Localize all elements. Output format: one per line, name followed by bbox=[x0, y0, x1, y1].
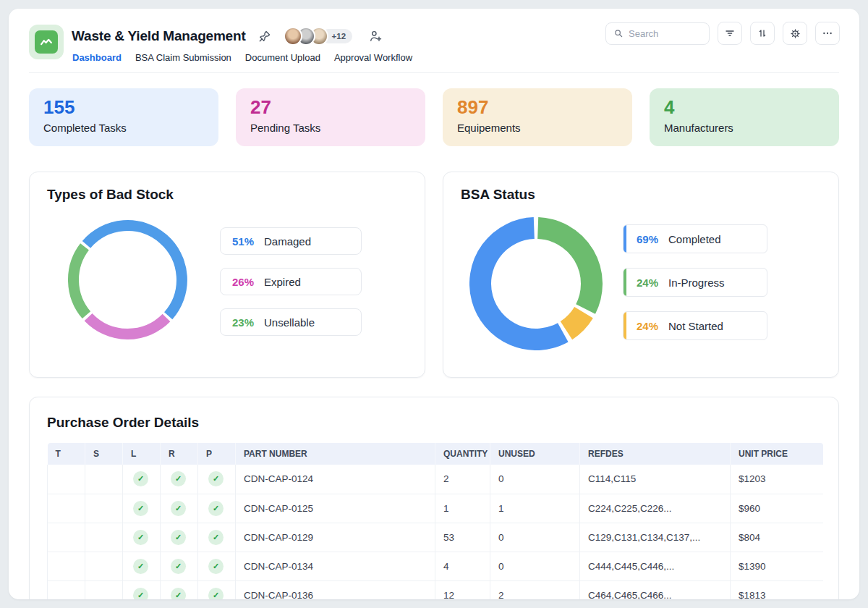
tab-approval-workflow[interactable]: Approval Workflow bbox=[334, 52, 412, 63]
cell-refdes: C129,C131,C134,C137,... bbox=[580, 523, 731, 552]
tab-dashboard[interactable]: Dashboard bbox=[72, 52, 122, 63]
nav-tabs: Dashboard BSA Claim Submission Document … bbox=[72, 52, 412, 63]
check-icon: ✓ bbox=[171, 471, 186, 486]
cell-refdes: C224,C225,C226... bbox=[580, 494, 731, 523]
cell-quantity: 4 bbox=[435, 552, 490, 580]
table-header-row: T S L R P PART NUMBER QUANTITY UNUSED RE… bbox=[48, 443, 823, 465]
legend-percent: 51% bbox=[232, 235, 264, 248]
purchase-order-card: Purchase Order Details T S L R P PART NU… bbox=[29, 397, 839, 599]
stat-card-pending-tasks: 27 Pending Tasks bbox=[236, 88, 425, 146]
legend-label: Completed bbox=[668, 233, 721, 245]
card-title: BSA Status bbox=[461, 187, 535, 203]
cell-part-number: CDN-CAP-0136 bbox=[236, 580, 435, 599]
legend-label: Unsellable bbox=[264, 316, 315, 329]
check-icon: ✓ bbox=[208, 501, 224, 516]
legend-percent: 69% bbox=[637, 233, 668, 245]
check-icon: ✓ bbox=[171, 501, 186, 516]
table-row: ✓ ✓ ✓ CDN-CAP-0134 4 0 C444,C445,C446,..… bbox=[48, 552, 823, 580]
cell-part-number: CDN-CAP-0129 bbox=[236, 523, 435, 552]
check-icon: ✓ bbox=[133, 559, 148, 574]
cell-unit-price: $1390 bbox=[731, 552, 823, 580]
stats-row: 155 Completed Tasks 27 Pending Tasks 897… bbox=[29, 88, 839, 146]
legend-percent: 26% bbox=[232, 276, 264, 288]
check-icon: ✓ bbox=[208, 471, 224, 486]
check-icon: ✓ bbox=[171, 559, 186, 574]
tab-document-upload[interactable]: Document Upload bbox=[245, 52, 320, 63]
legend-accent-bar bbox=[624, 225, 626, 253]
cell-part-number: CDN-CAP-0125 bbox=[236, 494, 435, 523]
stat-label: Manufacturers bbox=[664, 122, 825, 134]
cell-quantity: 12 bbox=[435, 580, 490, 599]
stat-label: Equipements bbox=[457, 122, 618, 134]
gear-icon bbox=[789, 28, 801, 40]
add-member-icon[interactable] bbox=[368, 29, 383, 43]
stat-value: 155 bbox=[43, 97, 204, 119]
check-icon: ✓ bbox=[133, 471, 148, 486]
legend-label: Not Started bbox=[668, 320, 723, 332]
table-title: Purchase Order Details bbox=[47, 415, 821, 431]
bsa-status-legend: 69% Completed 24% In-Progress 24% Not St… bbox=[623, 224, 767, 355]
stat-value: 897 bbox=[457, 97, 618, 119]
check-icon: ✓ bbox=[208, 530, 224, 545]
avatar-group[interactable]: +12 bbox=[284, 27, 353, 46]
avatar[interactable] bbox=[284, 27, 302, 46]
main-panel: Waste & Yield Management +12 Dashboard B… bbox=[9, 9, 859, 599]
check-icon: ✓ bbox=[133, 588, 148, 600]
column-header-refdes: REFDES bbox=[580, 443, 731, 465]
cell-unit-price: $1813 bbox=[731, 580, 823, 599]
card-title: Types of Bad Stock bbox=[47, 187, 174, 203]
purchase-order-table: T S L R P PART NUMBER QUANTITY UNUSED RE… bbox=[47, 443, 823, 599]
sort-button[interactable] bbox=[750, 22, 775, 45]
cell-quantity: 53 bbox=[435, 523, 490, 552]
cell-unit-price: $960 bbox=[731, 494, 823, 523]
check-icon: ✓ bbox=[133, 501, 148, 516]
stat-label: Completed Tasks bbox=[43, 122, 204, 134]
more-icon bbox=[822, 28, 833, 39]
table-row: ✓ ✓ ✓ CDN-CAP-0124 2 0 C114,C115 $1203 bbox=[48, 465, 823, 494]
column-header-p: P bbox=[198, 443, 236, 465]
bsa-status-donut-chart bbox=[469, 217, 603, 350]
cell-unused: 0 bbox=[490, 552, 580, 580]
column-header-part-number: PART NUMBER bbox=[236, 443, 435, 465]
cell-quantity: 2 bbox=[435, 465, 490, 494]
column-header-r: R bbox=[161, 443, 198, 465]
search-box[interactable] bbox=[605, 22, 710, 45]
pin-icon[interactable] bbox=[258, 29, 272, 43]
stat-card-completed-tasks: 155 Completed Tasks bbox=[29, 88, 218, 146]
legend-percent: 23% bbox=[232, 316, 264, 329]
cell-part-number: CDN-CAP-0134 bbox=[236, 552, 435, 580]
search-icon bbox=[613, 28, 624, 38]
stat-value: 4 bbox=[664, 97, 825, 119]
cell-unused: 0 bbox=[490, 523, 580, 552]
column-header-unit-price: UNIT PRICE bbox=[731, 443, 823, 465]
stat-card-equipements: 897 Equipements bbox=[443, 88, 632, 146]
legend-label: Expired bbox=[264, 276, 301, 288]
tab-bsa-claim-submission[interactable]: BSA Claim Submission bbox=[135, 52, 231, 63]
table-row: ✓ ✓ ✓ CDN-CAP-0136 12 2 C464,C465,C466..… bbox=[48, 580, 823, 599]
settings-button[interactable] bbox=[783, 22, 807, 45]
check-icon: ✓ bbox=[171, 530, 186, 545]
table-row: ✓ ✓ ✓ CDN-CAP-0125 1 1 C224,C225,C226...… bbox=[48, 494, 823, 523]
cell-refdes: C114,C115 bbox=[580, 465, 731, 494]
stat-label: Pending Tasks bbox=[250, 122, 411, 134]
page-title: Waste & Yield Management bbox=[72, 28, 246, 44]
cell-refdes: C444,C445,C446,... bbox=[580, 552, 731, 580]
legend-item-unsellable: 23% Unsellable bbox=[220, 308, 362, 336]
legend-item-in-progress: 24% In-Progress bbox=[623, 268, 767, 297]
sort-icon bbox=[757, 28, 768, 39]
legend-item-not-started: 24% Not Started bbox=[623, 311, 767, 340]
stat-card-manufacturers: 4 Manufacturers bbox=[650, 88, 839, 146]
search-input[interactable] bbox=[629, 28, 702, 39]
cell-unit-price: $804 bbox=[731, 523, 823, 552]
table-row: ✓ ✓ ✓ CDN-CAP-0129 53 0 C129,C131,C134,C… bbox=[48, 523, 823, 552]
cell-unused: 1 bbox=[490, 494, 580, 523]
legend-percent: 24% bbox=[637, 276, 668, 289]
cell-refdes: C464,C465,C466... bbox=[580, 580, 731, 599]
header-divider bbox=[29, 72, 839, 73]
filter-button[interactable] bbox=[718, 22, 742, 45]
legend-label: Damaged bbox=[264, 235, 311, 248]
cell-part-number: CDN-CAP-0124 bbox=[236, 465, 435, 494]
cell-unit-price: $1203 bbox=[731, 465, 823, 494]
legend-item-expired: 26% Expired bbox=[220, 268, 362, 295]
more-button[interactable] bbox=[815, 22, 840, 45]
